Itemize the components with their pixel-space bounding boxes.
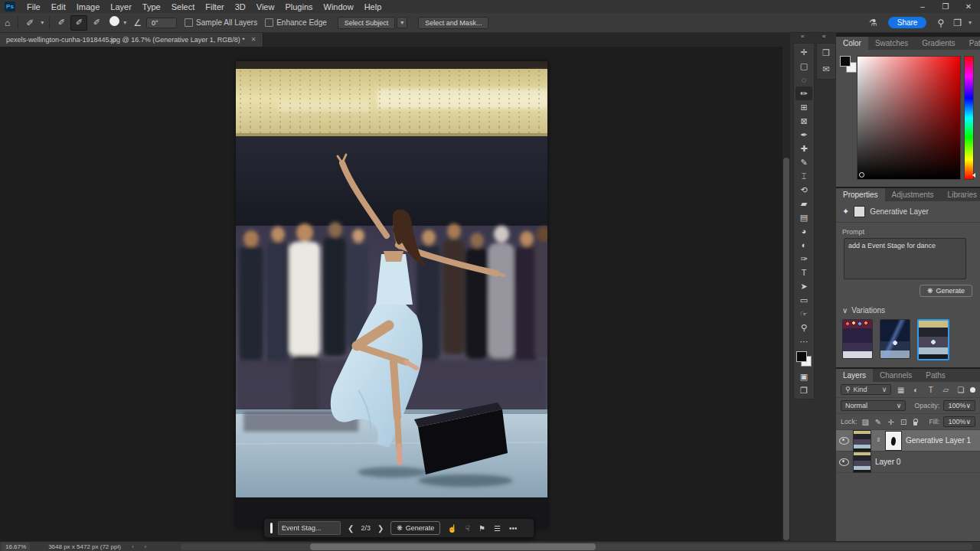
history-brush-tool[interactable]: ⟲	[795, 183, 812, 197]
lock-position-icon[interactable]: ✛	[887, 418, 896, 426]
vertical-scrollbar-thumb[interactable]	[783, 158, 789, 540]
panel-fg-bg-swatches[interactable]	[840, 56, 857, 73]
filter-smart-objects-icon[interactable]: ❏	[956, 386, 967, 394]
foreground-color-swatch[interactable]	[840, 56, 851, 67]
vertical-scrollbar[interactable]	[782, 47, 790, 541]
tab-libraries[interactable]: Libraries	[941, 188, 980, 201]
rectangle-tool[interactable]: ▭	[795, 293, 812, 307]
scroll-left-arrow-icon[interactable]: ‹	[145, 543, 147, 550]
lock-image-pixels-icon[interactable]: ✎	[874, 418, 883, 426]
layer-visibility-eye-icon[interactable]	[839, 437, 849, 445]
lock-all-icon[interactable]	[913, 422, 917, 425]
tab-swatches[interactable]: Swatches	[868, 37, 915, 50]
edit-toolbar-icon[interactable]: ⋯	[795, 334, 812, 348]
menu-filter[interactable]: Filter	[200, 2, 229, 11]
blend-mode-dropdown[interactable]: Normal ∨	[841, 400, 906, 411]
tab-properties[interactable]: Properties	[836, 188, 885, 201]
subtract-selection-mode-button[interactable]: ✐	[89, 16, 104, 30]
opacity-value[interactable]: 100% ∨	[943, 400, 975, 411]
hand-tool[interactable]: ☞	[795, 307, 812, 321]
report-flag-icon[interactable]: ⚑	[477, 524, 487, 533]
eyedropper-tool[interactable]: ✒	[795, 128, 812, 142]
tab-color[interactable]: Color	[836, 37, 868, 50]
variation-thumbnail-1[interactable]	[842, 319, 873, 359]
previous-variation-icon[interactable]: ❮	[346, 524, 355, 533]
next-variation-icon[interactable]: ❯	[376, 524, 385, 533]
foreground-color-swatch[interactable]	[796, 351, 807, 362]
gradient-tool[interactable]: ▤	[795, 210, 812, 224]
layer-filter-kind-dropdown[interactable]: ⚲ Kind ∨	[841, 384, 891, 395]
type-tool[interactable]: T	[795, 266, 812, 279]
variation-thumbnail-2[interactable]	[880, 319, 910, 359]
tab-paths[interactable]: Paths	[919, 369, 952, 382]
search-icon[interactable]: ⚲	[933, 18, 949, 28]
collapse-dock-icon[interactable]: «	[822, 33, 825, 40]
chevron-down-icon[interactable]: ▾	[38, 19, 46, 26]
restore-button[interactable]: ❐	[934, 0, 957, 13]
menu-layer[interactable]: Layer	[105, 2, 137, 11]
blur-tool[interactable]: ◕	[795, 224, 812, 238]
filter-shape-layers-icon[interactable]: ▱	[940, 386, 952, 394]
quick-mask-button[interactable]: ▣	[795, 370, 812, 383]
workspace-switcher-icon[interactable]: ❐	[949, 18, 966, 28]
status-options-arrow-icon[interactable]: ›	[132, 543, 134, 550]
sample-all-layers-checkbox[interactable]	[185, 18, 193, 27]
technology-previews-icon[interactable]: ⚗	[864, 18, 882, 28]
layer-thumbnail[interactable]	[853, 452, 871, 473]
menu-file[interactable]: File	[21, 2, 46, 11]
enhance-edge-checkbox[interactable]	[265, 18, 273, 27]
layer-mask-thumbnail[interactable]	[885, 431, 902, 451]
path-selection-tool[interactable]: ➤	[795, 279, 812, 293]
taskbar-properties-icon[interactable]: ☰	[492, 524, 502, 533]
home-icon[interactable]: ⌂	[0, 18, 15, 28]
horizontal-scrollbar-thumb[interactable]	[310, 543, 596, 550]
thumbs-up-icon[interactable]: ☝	[446, 524, 458, 533]
thumbs-down-icon[interactable]: ☟	[464, 524, 472, 533]
layer-visibility-eye-icon[interactable]	[839, 458, 849, 466]
filter-type-layers-icon[interactable]: T	[926, 386, 937, 394]
angle-input[interactable]: 0°	[146, 18, 177, 28]
history-panel-icon[interactable]: ❒	[822, 48, 830, 58]
select-subject-button[interactable]: Select Subject	[338, 17, 396, 29]
tab-layers[interactable]: Layers	[836, 369, 873, 382]
menu-select[interactable]: Select	[166, 2, 201, 11]
collapse-toolbar-icon[interactable]: «	[801, 33, 803, 40]
menu-plugins[interactable]: Plugins	[279, 2, 318, 11]
chevron-down-icon[interactable]: ▾	[121, 19, 129, 26]
menu-help[interactable]: Help	[359, 2, 387, 11]
layer-row-generative-layer-1[interactable]: ∞ Generative Layer 1	[836, 430, 980, 452]
taskbar-generate-button[interactable]: ❋ Generate	[390, 521, 440, 535]
layer-name[interactable]: Generative Layer 1	[906, 436, 971, 445]
close-button[interactable]: ✕	[957, 0, 980, 13]
tab-adjustments[interactable]: Adjustments	[885, 188, 941, 201]
selection-brush-tool[interactable]: ✏	[795, 86, 812, 100]
lock-transparent-pixels-icon[interactable]: ▨	[861, 418, 871, 426]
zoom-tool[interactable]: ⚲	[795, 321, 812, 334]
layer-name[interactable]: Layer 0	[875, 458, 900, 466]
horizontal-scrollbar[interactable]	[181, 543, 972, 550]
saturation-brightness-field[interactable]	[857, 56, 961, 180]
more-options-icon[interactable]: •••	[508, 524, 519, 533]
menu-image[interactable]: Image	[71, 2, 106, 11]
variations-chevron-icon[interactable]: ∨	[842, 306, 848, 315]
select-subject-dropdown[interactable]: ▾	[397, 17, 407, 28]
comments-panel-icon[interactable]: ✉	[822, 64, 829, 74]
menu-window[interactable]: Window	[318, 2, 359, 11]
prompt-textarea[interactable]: add a Event Stage for dance	[844, 238, 966, 279]
brush-tool[interactable]: ✎	[795, 155, 812, 169]
tab-gradients[interactable]: Gradients	[915, 37, 962, 50]
menu-view[interactable]: View	[251, 2, 280, 11]
eraser-tool[interactable]: ▰	[795, 197, 812, 210]
layer-filter-toggle[interactable]	[970, 387, 975, 393]
taskbar-prompt-input[interactable]: Event Stag...	[278, 521, 341, 535]
menu-type[interactable]: Type	[137, 2, 166, 11]
document-image[interactable]	[236, 61, 547, 528]
move-tool[interactable]: ✛	[795, 45, 812, 59]
generate-button[interactable]: ❋ Generate	[920, 285, 972, 297]
screen-mode-button[interactable]: ❐	[795, 383, 812, 397]
lasso-tool[interactable]: ◌	[795, 73, 812, 86]
spot-healing-tool[interactable]: ✚	[795, 142, 812, 155]
layer-thumbnail[interactable]	[853, 430, 871, 452]
menu-edit[interactable]: Edit	[46, 2, 71, 11]
crop-tool[interactable]: ⊞	[795, 100, 812, 114]
